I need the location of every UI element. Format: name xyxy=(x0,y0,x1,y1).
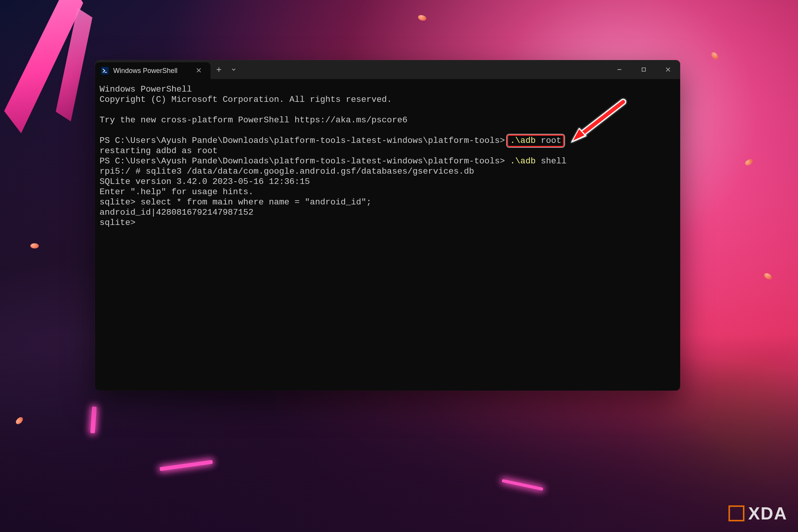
tab-title: Windows PowerShell xyxy=(113,67,177,75)
terminal-output[interactable]: Windows PowerShell Copyright (C) Microso… xyxy=(95,79,680,233)
minimize-button[interactable] xyxy=(607,60,632,79)
highlighted-command: .\adb root xyxy=(510,136,561,146)
wallpaper-petal xyxy=(417,14,427,22)
shell-line: rpi5:/ # sqlite3 /data/data/com.google.a… xyxy=(100,166,474,176)
new-tab-button[interactable] xyxy=(211,60,227,79)
terminal-window: Windows PowerShell xyxy=(95,60,680,391)
try-pscore-line: Try the new cross-platform PowerShell ht… xyxy=(100,115,407,125)
wallpaper-petal xyxy=(710,51,719,61)
output-line: android_id|4280816792147987152 xyxy=(100,207,253,217)
output-line: restarting adbd as root xyxy=(100,146,218,156)
tab-powershell[interactable]: Windows PowerShell xyxy=(95,62,211,79)
xda-text: XDA xyxy=(748,503,787,524)
window-caption-buttons xyxy=(607,60,680,79)
command-executable: .\adb xyxy=(510,156,536,166)
tab-dropdown-button[interactable] xyxy=(227,60,240,79)
maximize-button[interactable] xyxy=(632,60,656,79)
output-line: SQLite version 3.42.0 2023-05-16 12:36:1… xyxy=(100,177,310,187)
command-args: root xyxy=(536,136,562,146)
powershell-icon xyxy=(101,67,109,74)
svg-rect-2 xyxy=(642,68,646,71)
output-line: Enter ".help" for usage hints. xyxy=(100,187,253,197)
wallpaper-petal xyxy=(744,158,754,166)
tab-actions xyxy=(211,60,240,79)
desktop-wallpaper: Windows PowerShell xyxy=(0,0,798,532)
banner-line: Copyright (C) Microsoft Corporation. All… xyxy=(100,95,392,104)
close-button[interactable] xyxy=(656,60,680,79)
xda-watermark: XDA xyxy=(728,503,787,524)
sqlite-prompt: sqlite> xyxy=(100,218,136,228)
tab-close-button[interactable] xyxy=(194,65,204,76)
ps-prompt: PS C:\Users\Ayush Pande\Downloads\platfo… xyxy=(100,136,510,146)
titlebar[interactable]: Windows PowerShell xyxy=(95,60,680,79)
ps-prompt: PS C:\Users\Ayush Pande\Downloads\platfo… xyxy=(100,156,510,166)
command-args: shell xyxy=(536,156,567,166)
xda-logo-icon xyxy=(728,505,744,521)
wallpaper-petal xyxy=(30,242,39,249)
command-executable: .\adb xyxy=(510,136,536,146)
banner-line: Windows PowerShell xyxy=(100,84,192,94)
wallpaper-petal xyxy=(763,272,773,281)
sqlite-prompt-line: sqlite> select * from main where name = … xyxy=(100,197,372,207)
